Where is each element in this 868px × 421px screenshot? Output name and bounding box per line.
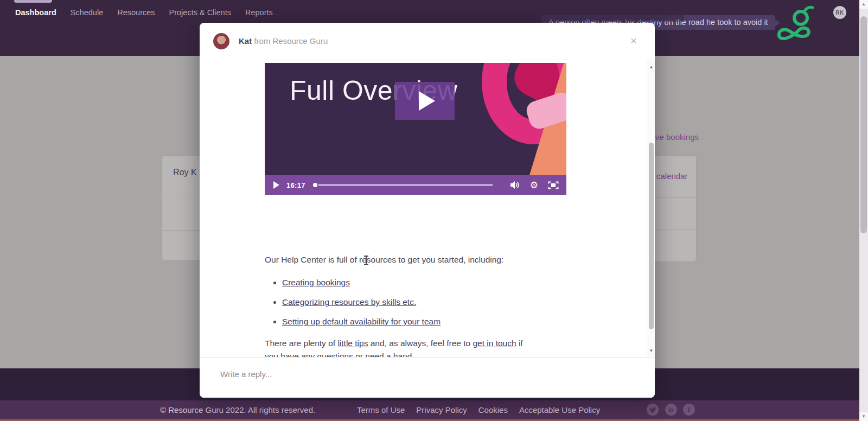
messenger-header: Kat from Resource Guru × xyxy=(200,23,655,60)
active-bookings-link: ve bookings xyxy=(655,132,699,142)
list-item: Creating bookings xyxy=(282,276,569,289)
reply-input[interactable] xyxy=(220,366,622,382)
user-avatar[interactable]: RK xyxy=(833,6,846,19)
outro-text: and, as always, feel free to xyxy=(368,339,473,348)
sender-name: Kat xyxy=(239,36,252,46)
nav-items: Dashboard Schedule Resources Projects & … xyxy=(15,8,273,17)
play-icon xyxy=(419,91,435,111)
sender-line: Kat from Resource Guru xyxy=(239,36,328,46)
nav-item-dashboard[interactable]: Dashboard xyxy=(15,8,56,17)
app-root: Dashboard Schedule Resources Projects & … xyxy=(0,0,868,421)
footer-link-acceptable-use[interactable]: Acceptable Use Policy xyxy=(519,405,600,414)
calendar-link: calendar xyxy=(656,171,688,181)
linkedin-glyph: in xyxy=(669,407,674,413)
footer-link-terms[interactable]: Terms of Use xyxy=(357,405,405,414)
progress-bar[interactable] xyxy=(313,175,493,195)
text-cursor xyxy=(366,256,367,264)
list-item: Setting up default availability for your… xyxy=(282,315,569,328)
message-body: Our Help Center is full of resources to … xyxy=(265,253,569,357)
video-controls-bar: 16:17 ⚙ xyxy=(265,175,566,195)
copyright-text: © Resource Guru 2022. All rights reserve… xyxy=(160,400,315,419)
sender-avatar xyxy=(213,33,229,49)
modal-scroll-up-arrow[interactable]: ▲ xyxy=(647,65,655,69)
active-tab-indicator xyxy=(14,0,52,3)
outro-text: if xyxy=(516,339,523,348)
facebook-glyph: f xyxy=(688,405,690,414)
message-outro: There are plenty of little tips and, as … xyxy=(265,337,569,357)
outro-text: There are plenty of xyxy=(265,339,337,348)
page-scrollbar[interactable]: ▲ ▼ xyxy=(859,0,868,421)
nav-item-resources[interactable]: Resources xyxy=(117,8,155,17)
twitter-icon[interactable] xyxy=(647,404,659,416)
progress-track xyxy=(318,184,493,186)
outro-text: you have any questions or need a hand. xyxy=(265,352,414,357)
play-button[interactable] xyxy=(273,181,279,189)
video-play-overlay-button[interactable] xyxy=(395,82,455,120)
modal-scrollbar-thumb[interactable] xyxy=(649,143,654,329)
nav-item-schedule[interactable]: Schedule xyxy=(71,8,103,17)
tooltip-overlay-artifact xyxy=(541,15,684,22)
page-footer: © Resource Guru 2022. All rights reserve… xyxy=(0,400,859,419)
link-get-in-touch[interactable]: get in touch xyxy=(473,339,516,348)
link-creating-bookings[interactable]: Creating bookings xyxy=(282,278,350,287)
fullscreen-icon[interactable] xyxy=(548,181,559,189)
message-intro: Our Help Center is full of resources to … xyxy=(265,253,569,266)
video-player[interactable]: Full Overview 16:17 xyxy=(265,63,566,195)
close-icon[interactable]: × xyxy=(627,34,641,48)
nav-item-projects-clients[interactable]: Projects & Clients xyxy=(169,8,231,17)
video-duration: 16:17 xyxy=(286,181,305,189)
messenger-modal: Kat from Resource Guru × Full Overview xyxy=(200,23,655,398)
footer-link-privacy[interactable]: Privacy Policy xyxy=(416,405,467,414)
sender-suffix: from Resource Guru xyxy=(252,36,328,46)
linkedin-icon[interactable]: in xyxy=(665,404,677,416)
settings-gear-icon[interactable]: ⚙ xyxy=(530,181,538,190)
link-little-tips[interactable]: little tips xyxy=(337,339,368,348)
modal-scroll-down-arrow[interactable]: ▼ xyxy=(647,348,655,353)
gear-glyph: ⚙ xyxy=(530,181,538,190)
resource-guru-logo[interactable] xyxy=(770,5,822,46)
link-default-availability[interactable]: Setting up default availability for your… xyxy=(282,317,441,326)
user-initials: RK xyxy=(835,10,844,16)
footer-links: Terms of Use Privacy Policy Cookies Acce… xyxy=(357,400,600,419)
facebook-icon[interactable]: f xyxy=(683,404,695,416)
footer-link-cookies[interactable]: Cookies xyxy=(478,405,508,414)
progress-handle[interactable] xyxy=(313,183,317,187)
page-scroll-up-arrow[interactable]: ▲ xyxy=(859,0,868,9)
dashboard-card-roy-title: Roy K xyxy=(173,168,197,177)
reply-bar xyxy=(200,357,655,398)
page-scrollbar-thumb[interactable] xyxy=(860,16,867,233)
volume-icon[interactable] xyxy=(510,181,520,189)
page-scroll-down-arrow[interactable]: ▼ xyxy=(859,412,868,421)
link-categorizing-resources[interactable]: Categorizing resources by skills etc. xyxy=(282,297,416,307)
messenger-content: Full Overview 16:17 xyxy=(200,60,655,357)
help-links-list: Creating bookings Categorizing resources… xyxy=(282,276,569,328)
list-item: Categorizing resources by skills etc. xyxy=(282,296,569,309)
message-intro-text: Our Help Center is full of resources to … xyxy=(265,255,503,264)
modal-scrollbar[interactable]: ▲ ▼ xyxy=(647,60,655,357)
nav-item-reports[interactable]: Reports xyxy=(245,8,273,17)
